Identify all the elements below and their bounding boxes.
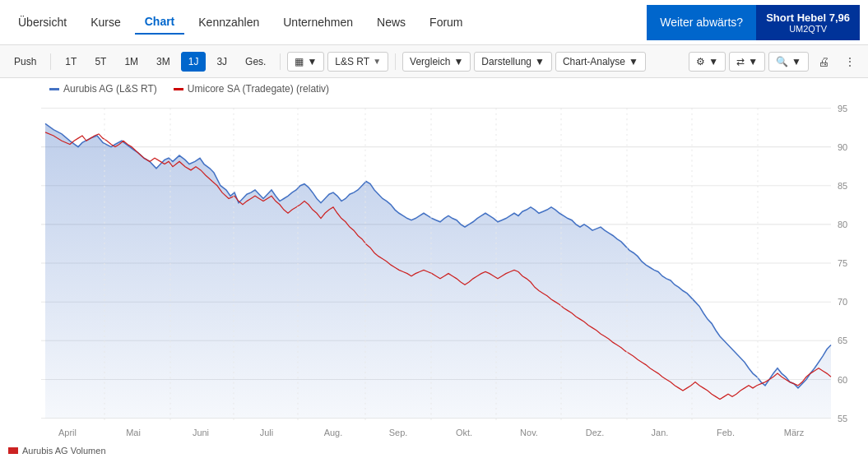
badge-title: Short Hebel 7,96 — [766, 12, 850, 24]
svg-text:60: 60 — [838, 374, 847, 384]
nav-news[interactable]: News — [367, 11, 415, 34]
candle-type-dropdown[interactable]: ▦ ▼ — [287, 52, 324, 72]
share-dropdown[interactable]: ⇄ ▼ — [729, 52, 765, 72]
volume-color-dot — [8, 447, 18, 454]
badge-code: UM2QTV — [789, 24, 827, 34]
svg-text:Sep.: Sep. — [389, 427, 408, 437]
legend-red-dot — [174, 88, 183, 90]
legend-red: Umicore SA (Tradegate) (relativ) — [174, 83, 329, 95]
svg-text:Okt.: Okt. — [456, 427, 472, 437]
svg-text:April: April — [58, 427, 77, 437]
nav-kennzahlen[interactable]: Kennzahlen — [188, 11, 269, 34]
svg-text:Mai: Mai — [126, 427, 141, 437]
zoom-icon: 🔍 — [776, 56, 788, 67]
source-arrow: ▼ — [373, 57, 381, 66]
legend-red-label: Umicore SA (Tradegate) (relativ) — [188, 83, 329, 95]
settings-icon: ⚙ — [696, 56, 705, 67]
period-3m[interactable]: 3M — [149, 52, 178, 72]
chart-container[interactable]: 95 90 85 80 75 70 65 60 55 — [0, 99, 868, 444]
share-icon: ⇄ — [736, 56, 745, 67]
settings-arrow: ▼ — [708, 56, 718, 67]
chart-analyse-label: Chart-Analyse — [563, 56, 625, 67]
period-ges[interactable]: Ges. — [238, 52, 273, 72]
period-1m[interactable]: 1M — [117, 52, 146, 72]
nav-ubersicht[interactable]: Übersicht — [8, 11, 77, 34]
legend-blue: Aurubis AG (L&S RT) — [49, 83, 157, 95]
chart-analyse-dropdown[interactable]: Chart-Analyse ▼ — [555, 52, 646, 72]
promo-badge: Short Hebel 7,96 UM2QTV — [756, 5, 860, 40]
nav-unternehmen[interactable]: Unternehmen — [273, 11, 363, 34]
legend-blue-label: Aurubis AG (L&S RT) — [63, 83, 157, 95]
darstellung-label: Darstellung — [481, 56, 531, 67]
push-button[interactable]: Push — [7, 52, 44, 72]
volume-legend-bar: Aurubis AG Volumen — [0, 444, 868, 457]
candle-icon: ▦ — [295, 56, 304, 67]
nav-forum[interactable]: Forum — [420, 11, 472, 34]
nav-chart[interactable]: Chart — [135, 10, 185, 35]
analyse-arrow: ▼ — [629, 56, 638, 67]
chart-svg[interactable]: 95 90 85 80 75 70 65 60 55 — [0, 99, 868, 444]
zoom-dropdown[interactable]: 🔍 ▼ — [768, 52, 809, 72]
darstellung-dropdown[interactable]: Darstellung ▼ — [474, 52, 552, 72]
period-5t[interactable]: 5T — [87, 52, 114, 72]
svg-text:55: 55 — [838, 414, 847, 423]
separator-3 — [395, 53, 396, 70]
more-button[interactable]: ⋮ — [838, 51, 861, 72]
svg-text:80: 80 — [838, 220, 847, 229]
print-button[interactable]: 🖨 — [812, 51, 835, 72]
share-arrow: ▼ — [748, 56, 758, 67]
promo-section: Weiter abwärts? Short Hebel 7,96 UM2QTV — [647, 5, 860, 40]
separator-1 — [50, 53, 51, 70]
darstellung-arrow: ▼ — [535, 56, 545, 67]
legend-blue-dot — [49, 88, 59, 90]
svg-text:Juni: Juni — [193, 427, 209, 437]
svg-text:Aug.: Aug. — [324, 427, 343, 437]
svg-text:Feb.: Feb. — [717, 427, 735, 437]
chart-legend: Aurubis AG (L&S RT) Umicore SA (Tradegat… — [0, 78, 868, 99]
vergleich-label: Vergleich — [410, 56, 450, 67]
chart-toolbar: Push 1T 5T 1M 3M 1J 3J Ges. ▦ ▼ L&S RT ▼… — [0, 45, 868, 78]
separator-2 — [280, 53, 281, 70]
svg-text:Nov.: Nov. — [520, 427, 538, 437]
period-1t[interactable]: 1T — [58, 52, 84, 72]
svg-text:65: 65 — [838, 335, 847, 345]
vergleich-arrow: ▼ — [453, 56, 463, 67]
svg-text:Dez.: Dez. — [586, 427, 605, 437]
data-source-label: L&S RT — [335, 56, 369, 67]
vergleich-dropdown[interactable]: Vergleich ▼ — [402, 52, 471, 72]
candle-arrow: ▼ — [307, 56, 317, 67]
svg-text:85: 85 — [838, 181, 847, 191]
nav-kurse[interactable]: Kurse — [81, 11, 131, 34]
svg-text:75: 75 — [838, 258, 847, 268]
svg-text:Juli: Juli — [260, 427, 273, 437]
svg-text:90: 90 — [838, 142, 847, 152]
svg-text:März: März — [784, 427, 805, 437]
settings-dropdown[interactable]: ⚙ ▼ — [689, 52, 726, 72]
volume-legend-label: Aurubis AG Volumen — [22, 446, 106, 456]
svg-text:95: 95 — [838, 103, 847, 113]
data-source-select[interactable]: L&S RT ▼ — [327, 52, 388, 72]
top-navigation: Übersicht Kurse Chart Kennzahlen Unterne… — [0, 0, 868, 45]
period-1j[interactable]: 1J — [181, 52, 207, 72]
svg-text:70: 70 — [838, 297, 847, 307]
svg-text:Jan.: Jan. — [652, 427, 669, 437]
promo-button[interactable]: Weiter abwärts? — [647, 5, 756, 40]
period-3j[interactable]: 3J — [209, 52, 234, 72]
zoom-arrow: ▼ — [791, 56, 801, 67]
